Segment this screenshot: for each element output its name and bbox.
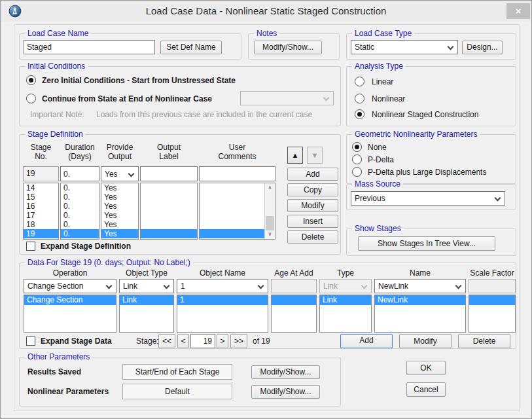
scroll-down-icon[interactable]: ∨ (265, 230, 275, 239)
show-stages-tree-view-button[interactable]: Show Stages In Tree View... (358, 236, 495, 251)
close-button[interactable]: × (506, 3, 530, 19)
type-select[interactable]: Link (319, 279, 372, 293)
scale-factor-input[interactable] (469, 279, 516, 293)
stage-data-add-button[interactable]: Add (340, 334, 393, 348)
stage-list-output-column[interactable]: Yes Yes Yes Yes Yes Yes (101, 183, 139, 240)
stage-data-type-column[interactable]: Link (319, 295, 372, 333)
stage-row[interactable]: 16 (24, 202, 58, 211)
stage-row[interactable] (141, 183, 197, 192)
user-comments-input[interactable] (199, 166, 275, 181)
stage-list-label-column[interactable] (140, 183, 198, 240)
stage-row[interactable]: Yes (101, 183, 138, 192)
stage-data-age-column[interactable] (271, 295, 317, 333)
stage-first-button[interactable]: << (158, 334, 175, 348)
load-case-type-select[interactable]: Static (351, 40, 458, 54)
previous-case-select[interactable] (240, 91, 334, 105)
stage-row[interactable]: 18 (24, 220, 58, 229)
stage-list-scrollbar[interactable]: ∧ ∨ (264, 183, 275, 239)
stage-row[interactable]: Yes (101, 211, 138, 220)
zero-initial-conditions-radio[interactable] (26, 75, 36, 85)
age-at-add-input[interactable] (271, 279, 317, 293)
stage-row[interactable]: 0. (61, 192, 99, 202)
stage-row[interactable]: Yes (101, 202, 138, 211)
stage-data-modify-button[interactable]: Modify (399, 334, 452, 348)
object-type-select[interactable]: Link (119, 279, 174, 293)
insert-button[interactable]: Insert (287, 215, 338, 228)
stage-data-row[interactable]: Change Section (24, 295, 116, 305)
move-up-button[interactable]: ▲ (287, 147, 303, 164)
stage-data-name-column[interactable]: NewLink (374, 295, 466, 333)
stage-data-object-type-column[interactable]: Link (119, 295, 174, 333)
none-radio[interactable] (352, 142, 362, 152)
stage-next-button[interactable]: > (217, 334, 228, 348)
stage-row[interactable]: 0. (61, 220, 99, 229)
stage-row[interactable]: 0. (61, 202, 99, 211)
stage-row-selected[interactable]: 0. (61, 229, 99, 238)
copy-button[interactable]: Copy (287, 183, 338, 196)
scroll-up-icon[interactable]: ∧ (265, 183, 275, 192)
ok-button[interactable]: OK (406, 361, 446, 375)
nonlinear-staged-radio[interactable] (355, 109, 364, 119)
delete-button[interactable]: Delete (287, 230, 338, 244)
duration-input[interactable] (60, 166, 99, 181)
nonlinear-radio[interactable] (355, 94, 364, 103)
linear-radio[interactable] (355, 77, 364, 86)
stage-row[interactable] (141, 220, 197, 229)
add-button[interactable]: Add (287, 168, 338, 181)
p-delta-large-disp-radio[interactable] (352, 167, 362, 177)
stage-row[interactable] (200, 202, 275, 211)
stage-row[interactable] (141, 192, 197, 202)
stage-row[interactable]: 14 (24, 183, 58, 192)
stage-prev-button[interactable]: < (177, 334, 189, 348)
cancel-button[interactable]: Cancel (406, 382, 446, 397)
continue-from-state-radio[interactable] (26, 94, 36, 103)
stage-row[interactable]: Yes (101, 192, 138, 202)
stage-row[interactable] (200, 183, 275, 192)
notes-modify-show-button[interactable]: Modify/Show... (254, 41, 322, 54)
stage-data-row[interactable] (469, 295, 515, 305)
expand-stage-definition-checkbox[interactable] (26, 242, 35, 251)
stage-list-comments-column[interactable]: ∧ ∨ (199, 183, 275, 240)
stage-row-selected[interactable]: 19 (24, 229, 58, 238)
set-def-name-button[interactable]: Set Def Name (160, 41, 222, 54)
stage-list-no-column[interactable]: 14 15 16 17 18 19 (23, 183, 59, 240)
stage-row[interactable] (141, 211, 197, 220)
stage-data-row[interactable]: Link (320, 295, 371, 305)
stage-row-selected[interactable]: Yes (101, 229, 138, 238)
stage-row[interactable]: 17 (24, 211, 58, 220)
stage-data-row[interactable]: Link (120, 295, 173, 305)
expand-stage-data-checkbox[interactable] (26, 337, 35, 346)
stage-list-duration-column[interactable]: 0. 0. 0. 0. 0. 0. (60, 183, 99, 240)
object-name-select[interactable]: 1 (177, 279, 268, 293)
p-delta-radio[interactable] (352, 155, 362, 164)
stage-row[interactable] (200, 192, 275, 202)
output-label-input[interactable] (140, 166, 198, 181)
stage-data-row[interactable]: NewLink (375, 295, 465, 305)
stage-data-row[interactable] (272, 295, 316, 305)
stage-row[interactable]: 0. (61, 211, 99, 220)
stage-data-object-name-column[interactable]: 1 (177, 295, 268, 333)
operation-select[interactable]: Change Section (24, 279, 116, 293)
modify-button[interactable]: Modify (287, 199, 338, 212)
stage-row-selected[interactable] (141, 229, 197, 238)
stage-row[interactable] (141, 202, 197, 211)
stage-data-operation-column[interactable]: Change Section (24, 295, 116, 333)
stage-row[interactable] (200, 211, 275, 220)
provide-output-select[interactable]: Yes (101, 166, 139, 181)
stage-data-delete-button[interactable]: Delete (458, 334, 510, 348)
stage-row[interactable]: 15 (24, 192, 58, 202)
nonlinear-parameters-modify-show-button[interactable]: Modify/Show... (251, 385, 320, 399)
stage-row[interactable]: Yes (101, 220, 138, 229)
load-case-name-input[interactable] (24, 40, 155, 54)
stage-data-scale-column[interactable] (469, 295, 516, 333)
stage-row[interactable] (200, 220, 275, 229)
mass-source-select[interactable]: Previous (351, 191, 505, 206)
results-saved-modify-show-button[interactable]: Modify/Show... (251, 365, 320, 379)
scrollbar-thumb[interactable] (266, 216, 274, 230)
stage-row-selected[interactable] (200, 229, 275, 238)
stage-last-button[interactable]: >> (230, 334, 247, 348)
design-button[interactable]: Design... (462, 41, 503, 54)
stage-number-input[interactable] (190, 334, 215, 348)
stage-row[interactable]: 0. (61, 183, 99, 192)
stage-data-row[interactable]: 1 (177, 295, 268, 305)
